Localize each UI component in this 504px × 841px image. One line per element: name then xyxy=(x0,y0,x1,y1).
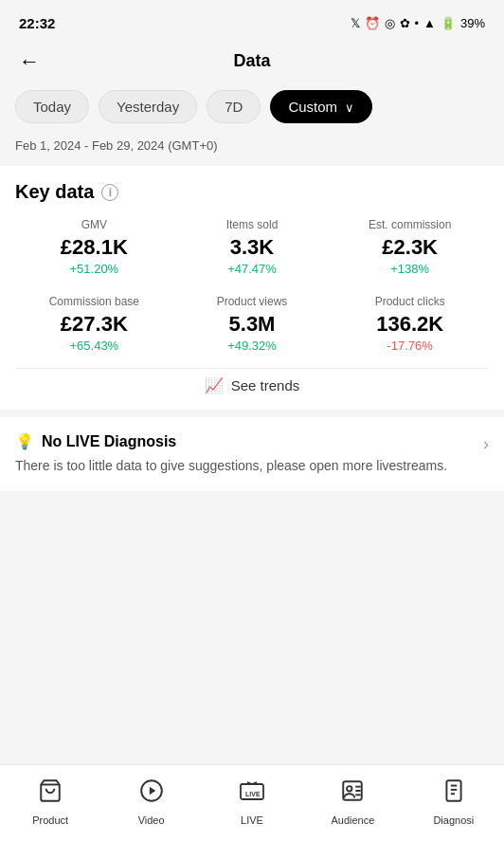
nav-video-label: Video xyxy=(138,814,165,826)
alarm-icon: ⏰ xyxy=(365,16,380,30)
svg-rect-12 xyxy=(446,780,460,801)
metric-items-sold: Items sold 3.3K +47.47% xyxy=(173,218,332,276)
status-time: 22:32 xyxy=(19,15,55,31)
battery-percent: 39% xyxy=(460,16,485,30)
nav-product-label: Product xyxy=(32,814,68,826)
live-bulb-icon: 💡 xyxy=(15,432,34,450)
fan-icon: ✿ xyxy=(400,16,410,30)
target-icon: ◎ xyxy=(385,16,395,30)
nav-live-label: LIVE xyxy=(241,814,263,826)
status-bar: 22:32 𝕏 ⏰ ◎ ✿ • ▲ 🔋 39% xyxy=(0,0,504,42)
nav-live[interactable]: LIVE LIVE xyxy=(202,765,302,841)
metric-views-change: +49.32% xyxy=(227,338,277,353)
bottom-nav: Product Video LIVE LIVE xyxy=(0,764,504,841)
metric-commission-base: Commission base £27.3K +65.43% xyxy=(15,295,173,353)
date-range: Feb 1, 2024 - Feb 29, 2024 (GMT+0) xyxy=(0,135,504,166)
svg-text:LIVE: LIVE xyxy=(245,791,261,797)
header: ← Data xyxy=(0,42,504,82)
metrics-grid: GMV £28.1K +51.20% Items sold 3.3K +47.4… xyxy=(15,218,489,353)
back-button[interactable]: ← xyxy=(19,49,40,74)
trends-icon: 📈 xyxy=(205,376,224,394)
live-diagnosis-section[interactable]: 💡 No LIVE Diagnosis There is too little … xyxy=(0,417,504,492)
nav-product[interactable]: Product xyxy=(0,765,100,841)
metric-items-change: +47.47% xyxy=(227,262,277,276)
see-trends-button[interactable]: 📈 See trends xyxy=(15,368,489,398)
chevron-down-icon: ∨ xyxy=(341,101,354,115)
nav-audience[interactable]: Audience xyxy=(302,765,403,841)
metric-product-clicks: Product clicks 136.2K -17.76% xyxy=(331,295,489,353)
battery-icon: 🔋 xyxy=(441,16,456,30)
svg-marker-2 xyxy=(149,787,155,795)
dot-icon: • xyxy=(415,16,420,30)
nav-diagnosis-label: Diagnosi xyxy=(433,814,474,826)
metric-commission-base-change: +65.43% xyxy=(69,338,118,353)
key-data-title: Key data i xyxy=(15,181,489,203)
tab-today[interactable]: Today xyxy=(15,90,89,123)
svg-point-8 xyxy=(347,786,351,791)
nav-audience-label: Audience xyxy=(331,814,374,826)
filter-tabs: Today Yesterday 7D Custom ∨ xyxy=(0,82,504,135)
metric-gmv-change: +51.20% xyxy=(69,262,118,276)
video-play-icon xyxy=(139,778,164,809)
tab-yesterday[interactable]: Yesterday xyxy=(99,90,197,123)
product-icon xyxy=(38,778,63,809)
chevron-right-icon: › xyxy=(483,434,489,454)
live-diagnosis-content: 💡 No LIVE Diagnosis There is too little … xyxy=(15,432,472,476)
live-diagnosis-title: 💡 No LIVE Diagnosis xyxy=(15,432,472,450)
nav-diagnosis[interactable]: Diagnosi xyxy=(404,765,504,841)
nav-video[interactable]: Video xyxy=(100,765,201,841)
status-icons: 𝕏 ⏰ ◎ ✿ • ▲ 🔋 39% xyxy=(351,16,485,30)
network-icon: 𝕏 xyxy=(351,16,360,30)
diagnosis-icon xyxy=(441,778,466,809)
metric-product-views: Product views 5.3M +49.32% xyxy=(173,295,332,353)
metric-commission: Est. commission £2.3K +138% xyxy=(331,218,489,276)
info-icon[interactable]: i xyxy=(101,184,118,201)
live-tv-icon: LIVE xyxy=(239,778,265,809)
metric-commission-change: +138% xyxy=(390,262,429,276)
key-data-section: Key data i GMV £28.1K +51.20% Items sold… xyxy=(0,166,504,410)
audience-icon xyxy=(340,778,365,809)
wifi-icon: ▲ xyxy=(423,16,436,30)
metric-clicks-change: -17.76% xyxy=(387,338,432,353)
tab-custom[interactable]: Custom ∨ xyxy=(270,90,371,123)
tab-7d[interactable]: 7D xyxy=(207,90,261,123)
page-title: Data xyxy=(233,51,270,71)
metric-gmv: GMV £28.1K +51.20% xyxy=(15,218,173,276)
live-diagnosis-desc: There is too little data to give suggest… xyxy=(15,456,472,476)
